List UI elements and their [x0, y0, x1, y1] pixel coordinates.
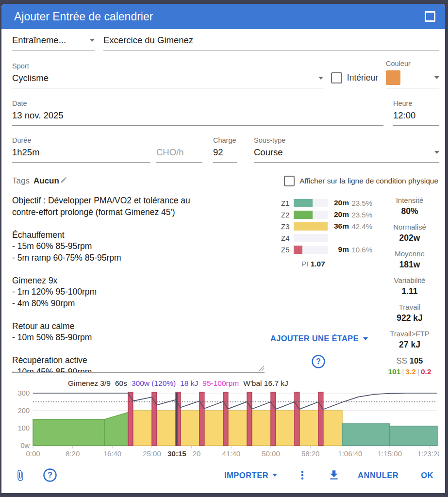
row-duration: Durée Charge Sous-type Course — [12, 136, 439, 163]
zone-row: Z4 — [281, 232, 372, 244]
indoor-checkbox-row: Intérieur — [331, 72, 378, 83]
row-date: Date Heure — [12, 99, 439, 126]
chart-title-segment: 60s — [115, 379, 127, 388]
svg-text:1:15:00: 1:15:00 — [378, 449, 402, 458]
zone-pct: 10.6% — [349, 246, 372, 254]
chart-title-segment: 18 kJ — [180, 379, 198, 388]
import-button[interactable]: IMPORTER — [224, 471, 277, 480]
resize-handle-icon[interactable] — [259, 365, 265, 371]
zone-label: Z5 — [281, 246, 294, 254]
zone-row: Z2 20m 23.5% — [281, 209, 372, 220]
fitness-checkbox-label: Afficher sur la ligne de condition physi… — [299, 177, 438, 185]
fitness-checkbox-row: Afficher sur la ligne de condition physi… — [284, 176, 438, 186]
svg-text:8:20: 8:20 — [66, 449, 80, 458]
stat-label: Intensité — [380, 196, 439, 204]
description-wrap: Objectif : Développer PMA/VO2 et toléran… — [12, 194, 265, 373]
ok-button[interactable]: OK — [421, 471, 433, 480]
indoor-label: Intérieur — [347, 73, 378, 83]
indoor-checkbox[interactable] — [331, 72, 342, 83]
cancel-button[interactable]: ANNULER — [358, 471, 398, 480]
svg-text:1:06:40: 1:06:40 — [338, 449, 362, 458]
workout-chart: Gimenez 3/9 60s 300w (120%) 18 kJ 95-100… — [12, 379, 439, 460]
add-step-button[interactable]: AJOUTER UNE ÉTAPE — [270, 334, 368, 343]
pi-row: PI1.07 — [301, 260, 372, 268]
subtype-label: Sous-type — [254, 136, 439, 144]
help-button[interactable]: ? — [311, 354, 326, 371]
svg-text:25:00: 25:00 — [143, 449, 161, 458]
zone-time: 36m — [332, 222, 349, 231]
color-select[interactable] — [386, 70, 439, 88]
dialog-footer: ? IMPORTER ANNULER OK — [1, 460, 445, 493]
svg-text:50:00: 50:00 — [262, 449, 280, 458]
maximize-icon[interactable] — [425, 11, 435, 22]
zone-pct: 23.5% — [349, 211, 372, 219]
date-field: Date — [12, 99, 383, 126]
help-icon[interactable]: ? — [43, 468, 57, 482]
kebab-menu-icon[interactable] — [297, 469, 308, 481]
subtype-select[interactable]: Course — [254, 147, 439, 163]
svg-text:200: 200 — [18, 407, 30, 414]
svg-text:?: ? — [48, 471, 52, 479]
svg-text:41:40: 41:40 — [222, 449, 241, 458]
stat-value: 202w — [380, 233, 439, 243]
stat-value: 1.11 — [380, 286, 439, 297]
add-step-label: AJOUTER UNE ÉTAPE — [270, 334, 359, 343]
stat-label: Moyenne — [380, 249, 439, 258]
time-field: Heure — [393, 99, 439, 126]
svg-text:0w: 0w — [20, 442, 30, 449]
zone-bar-track — [294, 211, 328, 219]
stat-label: Normalisé — [380, 223, 439, 231]
import-label: IMPORTER — [224, 471, 268, 480]
chevron-down-icon — [434, 151, 439, 154]
color-field: Couleur — [386, 60, 439, 88]
workout-plot: 3002001000w0:008:2016:4025:0033:2041:405… — [11, 388, 439, 460]
row-tags: Tags Aucun Afficher sur la ligne de cond… — [12, 176, 439, 186]
pencil-icon[interactable] — [60, 176, 67, 183]
title-input[interactable] — [103, 35, 439, 50]
zone-row: Z5 9m 10.6% — [281, 244, 372, 255]
duration-input[interactable] — [12, 147, 150, 163]
pi-value: 1.07 — [311, 260, 325, 268]
stat-value: 80% — [380, 206, 439, 216]
description-textarea[interactable]: Objectif : Développer PMA/VO2 et toléran… — [12, 194, 265, 372]
zone-label: Z4 — [281, 234, 294, 242]
zone-time: 20m — [332, 210, 349, 219]
zone-label: Z3 — [281, 222, 294, 231]
dialog-title: Ajouter Entrée de calendrier — [14, 10, 425, 23]
zone-bar — [294, 199, 313, 207]
zone-row: Z3 36m 42.4% — [281, 220, 372, 232]
cho-input[interactable] — [156, 147, 202, 163]
category-select[interactable]: Entraîneme... — [12, 35, 95, 50]
subtype-field: Sous-type Course — [254, 136, 439, 163]
fitness-checkbox[interactable] — [284, 176, 295, 186]
svg-text:58:20: 58:20 — [301, 449, 320, 458]
duration-field: Durée — [12, 136, 150, 163]
sport-value: Cyclisme — [12, 73, 49, 83]
load-input[interactable] — [213, 147, 237, 163]
color-label: Couleur — [386, 60, 439, 67]
chart-title-segment: 95-100rpm — [202, 379, 239, 388]
color-swatch[interactable] — [386, 70, 400, 85]
attachment-icon[interactable] — [14, 469, 26, 482]
ss-row: SS105 — [380, 356, 439, 365]
date-input[interactable] — [12, 110, 383, 126]
zone-time: 20m — [332, 199, 349, 207]
chevron-down-icon — [434, 76, 439, 79]
add-calendar-entry-dialog: Ajouter Entrée de calendrier Entraîneme.… — [1, 4, 445, 493]
download-icon[interactable] — [328, 469, 340, 481]
svg-text:16:40: 16:40 — [103, 449, 122, 458]
zone-bar-track — [294, 246, 328, 254]
zone-bar-track — [294, 199, 328, 207]
chevron-down-icon — [90, 39, 95, 42]
sport-select[interactable]: Cyclisme — [12, 73, 323, 88]
pi-label: PI — [301, 260, 309, 268]
zone-pct: 42.4% — [349, 222, 372, 231]
time-input[interactable] — [393, 110, 439, 126]
zone-bar-track — [294, 222, 328, 231]
time-label: Heure — [393, 99, 439, 107]
ss-value: 105 — [410, 356, 423, 365]
chart-title: Gimenez 3/9 60s 300w (120%) 18 kJ 95-100… — [68, 379, 439, 388]
chevron-down-icon — [272, 474, 277, 477]
sport-field: Sport Cyclisme — [12, 62, 323, 88]
load-field: Charge — [213, 136, 237, 163]
